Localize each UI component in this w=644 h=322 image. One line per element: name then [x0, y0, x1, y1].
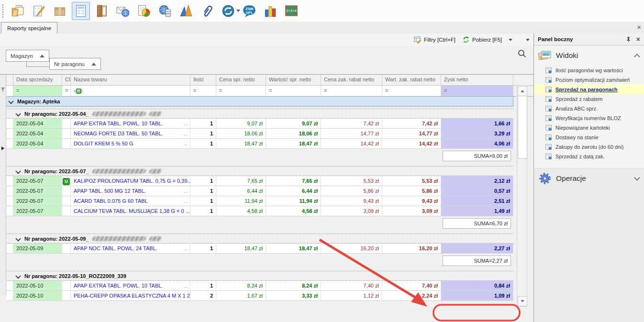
- row-indent: [6, 291, 13, 301]
- cell-purchase-price: 5,53 zł: [321, 176, 382, 186]
- collapse-chevron-icon[interactable]: [8, 99, 13, 104]
- chevron-up-icon[interactable]: [634, 54, 640, 60]
- search-icon[interactable]: [517, 49, 527, 59]
- table-row[interactable]: 2022-05-07APAP TABL. 500 MG 12 TABL....1…: [6, 186, 517, 196]
- truncation-ellipsis: ...: [183, 196, 188, 206]
- fetch-dropdown-icon[interactable]: [509, 39, 512, 41]
- cell-profit: 1,49 zł: [441, 206, 513, 216]
- filters-button[interactable]: Filtry [Ctrl+F]: [414, 36, 455, 44]
- cell-cu: [62, 119, 71, 129]
- view-item[interactable]: Sprzedaż z rabatem: [534, 94, 644, 104]
- cell-date: 2022-05-04: [13, 129, 62, 139]
- zsm-opl-badge[interactable]: ZSMOPL: [240, 2, 258, 20]
- table-row[interactable]: 2022-05-10APAP EXTRA TABL. POWL. 10 TABL…: [6, 281, 517, 291]
- group-row-nr-paragonu[interactable]: Nr paragonu: 2022-05-07_: [6, 166, 513, 176]
- filter-cell-sv[interactable]: =: [266, 86, 321, 96]
- close-icon[interactable]: ×: [637, 23, 641, 31]
- package-box-icon[interactable]: [51, 2, 69, 20]
- scroll-up-icon[interactable]: [518, 86, 527, 96]
- column-header-qty[interactable]: Ilość: [190, 75, 216, 85]
- filter-cell-cp[interactable]: =: [321, 86, 382, 96]
- globe-mail-icon[interactable]: [114, 2, 132, 20]
- view-item[interactable]: Zakupy do zwrotu (do 60 dni): [534, 142, 644, 152]
- scrollbar-thumb[interactable]: [518, 96, 527, 159]
- column-header-cu[interactable]: CU: [62, 75, 71, 85]
- column-header-cv[interactable]: Wart. zak. rabat netto: [382, 75, 441, 85]
- chart-triangle-icon[interactable]: [177, 2, 195, 20]
- column-header-pr[interactable]: Zysk netto: [441, 75, 513, 85]
- tab-bar: Raporty specjalne ×: [0, 22, 644, 34]
- vertical-scrollbar[interactable]: [517, 85, 527, 307]
- cell-qty: 1: [190, 186, 216, 196]
- filter-cell-qty[interactable]: =: [190, 86, 216, 96]
- globe-database-icon[interactable]: [156, 2, 174, 20]
- filter-cell-pr[interactable]: =: [441, 86, 513, 96]
- table-row[interactable]: 2022-05-09APAP NOC TABL. POWL. 24 TABL..…: [6, 244, 517, 254]
- sort-asc-icon: [91, 63, 96, 66]
- filter-cell-cu[interactable]: =: [62, 86, 71, 96]
- filter-cell-date[interactable]: =: [13, 86, 62, 96]
- group-row-nr-paragonu[interactable]: Nr paragonu: 2022-05-09_: [6, 233, 513, 244]
- group-row-magazyn[interactable]: Magazyn: Apteka: [6, 96, 513, 107]
- tab-raporty-specjalne[interactable]: Raporty specjalne: [1, 22, 57, 34]
- cell-profit: 4,06 zł: [441, 139, 513, 149]
- filter-cell-name[interactable]: aBc: [71, 86, 190, 96]
- chevron-down-icon[interactable]: [634, 175, 640, 181]
- notepad-pencil-icon[interactable]: [30, 2, 48, 20]
- cell-profit: 0,57 zł: [441, 186, 513, 196]
- cell-sale-value: 11,94 zł: [266, 196, 321, 206]
- table-row[interactable]: 2022-05-04APAP EXTRA TABL. POWL. 10 TABL…: [6, 119, 517, 129]
- report-grid-icon[interactable]: [72, 2, 90, 20]
- toolbar-overflow-icon[interactable]: [526, 39, 530, 41]
- view-item-label: Sprzedaż na paragonach: [555, 87, 618, 92]
- view-item[interactable]: Ilość paragonów wg wartości: [534, 66, 644, 75]
- table-row[interactable]: 2022-05-04DOLGIT KREM 5 % 50 G...118,47 …: [6, 139, 517, 149]
- table-row[interactable]: 2022-05-04NEOMAG FORTE D3 TABL. 50 TABL.…: [6, 129, 517, 139]
- column-header-date[interactable]: Data sprzedaży: [13, 75, 62, 85]
- table-row[interactable]: 2022-05-07CALCIUM TEVA TABL. MUSUJĄCE 1,…: [6, 206, 517, 216]
- sync-circle-icon[interactable]: [219, 2, 237, 20]
- view-item[interactable]: Sprzedaż z datą zak.: [534, 152, 644, 161]
- pin-icon[interactable]: [625, 36, 632, 43]
- pie-report-icon[interactable]: [135, 2, 153, 20]
- group-by-nr-paragonu[interactable]: Nr paragonu: [49, 58, 101, 70]
- column-header-cp[interactable]: Cena zak. rabat netto: [321, 75, 382, 85]
- group-row-nr-paragonu[interactable]: Nr paragonu: 2022-05-04_: [6, 109, 513, 119]
- table-row[interactable]: 2022-05-10PEHA-CREPP OPASKA ELASTYCZNA 4…: [6, 291, 517, 301]
- view-item[interactable]: Dostawy na stanie: [534, 133, 644, 142]
- paperclip-icon[interactable]: [198, 2, 216, 20]
- cell-cu: [62, 206, 71, 216]
- close-icon[interactable]: ×: [636, 35, 640, 43]
- group-row-nr-paragonu[interactable]: Nr paragonu: 2022-05-10_ROZ22009_339: [6, 271, 513, 281]
- view-item[interactable]: Niepowiązane kartoteki: [534, 123, 644, 133]
- table-row[interactable]: 2022-05-07ACARD TABL 0.075 G 60 TABL...1…: [6, 196, 517, 206]
- toolbar-grip[interactable]: [2, 4, 4, 18]
- filter-cell-cv[interactable]: =: [382, 86, 441, 96]
- chalkboard-icon[interactable]: 2+2=4: [282, 2, 300, 20]
- section-widoki-header[interactable]: Widoki: [534, 45, 644, 66]
- collapse-chevron-icon[interactable]: [15, 111, 21, 116]
- collapse-chevron-icon[interactable]: [15, 168, 21, 174]
- column-header-name[interactable]: Nazwa towaru: [71, 75, 190, 85]
- view-item[interactable]: Weryfikacja numerów BLOZ: [534, 113, 644, 123]
- row-indicator-column: [0, 75, 6, 296]
- view-item[interactable]: Analiza ABC sprz.: [534, 104, 644, 113]
- section-operacje-header[interactable]: Operacje: [534, 168, 644, 189]
- collapse-chevron-icon[interactable]: [15, 236, 21, 241]
- view-item[interactable]: Sprzedaż na paragonach: [534, 85, 644, 94]
- collapse-chevron-icon[interactable]: [15, 273, 21, 278]
- dropdown-arrow-icon[interactable]: [236, 10, 240, 12]
- fetch-button[interactable]: Pobierz [F5]: [462, 36, 502, 44]
- filter-cell-sp[interactable]: =: [216, 86, 266, 96]
- view-item[interactable]: Poziom optymalizacji zamówień: [534, 75, 644, 85]
- binder-book-icon[interactable]: [93, 2, 111, 20]
- folder-documents-icon[interactable]: [9, 2, 27, 20]
- group-connector: [26, 61, 50, 67]
- column-header-sp[interactable]: Cena spr. netto: [216, 75, 266, 85]
- column-header-sv[interactable]: Wartość spr. netto: [266, 75, 321, 85]
- bar-chart-icon[interactable]: [261, 2, 279, 20]
- scroll-down-icon[interactable]: [518, 296, 527, 306]
- group-by-magazyn[interactable]: Magazyn: [6, 50, 49, 62]
- filters-label: Filtry [Ctrl+F]: [424, 37, 455, 43]
- table-row[interactable]: 2022-05-07UKALIPOZ PROLONGATUM TABL. 0,7…: [6, 176, 517, 186]
